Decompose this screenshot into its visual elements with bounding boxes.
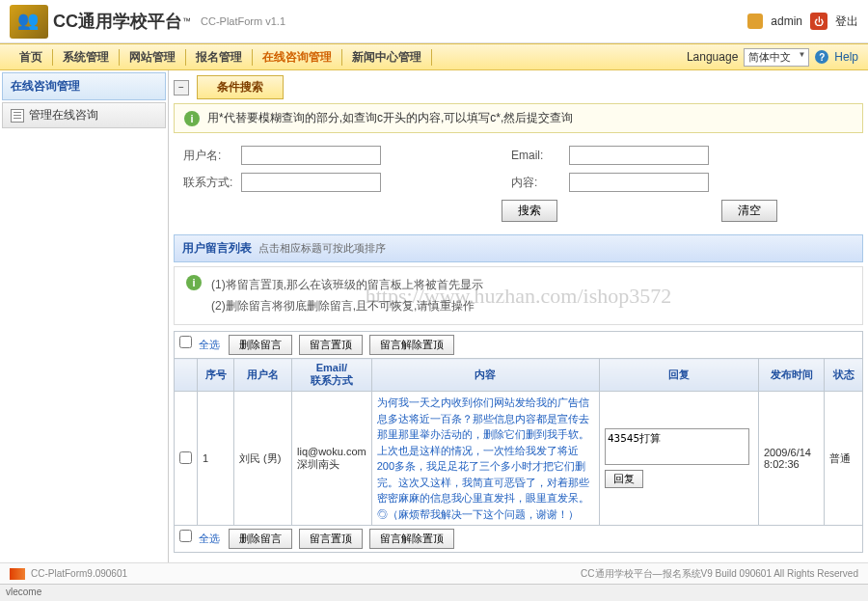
sidebar-title: 在线咨询管理 [2,72,166,100]
list-subtitle: 点击相应标题可按此项排序 [258,242,386,254]
input-email[interactable] [569,146,709,165]
user-icon [747,14,763,29]
delete-button-top[interactable]: 删除留言 [229,335,292,355]
info-icon: i [186,275,202,290]
sidebar-item-manage[interactable]: 管理在线咨询 [2,102,166,128]
sidebar: 在线咨询管理 管理在线咨询 [0,70,169,591]
list-tips: i (1)将留言置顶,那么在该班级的留言板上将被首先显示 (2)删除留言将彻底删… [174,266,863,325]
top-button-bottom[interactable]: 留言置顶 [299,529,363,549]
menu-home[interactable]: 首页 [10,49,53,66]
search-tip-text: 用*代替要模糊查询的部分,如查询c开头的内容,可以填写c*,然后提交查询 [207,110,573,126]
menu-system[interactable]: 系统管理 [53,49,120,66]
select-all-label[interactable]: 全选 [199,339,220,350]
label-content: 内容: [511,175,569,191]
label-contact: 联系方式: [183,175,241,191]
untop-button-top[interactable]: 留言解除置顶 [369,335,454,355]
language-label: Language [687,50,738,64]
reply-button[interactable]: 回复 [605,470,643,488]
menu-signup[interactable]: 报名管理 [186,49,253,66]
status-bar: vlecome [0,584,868,601]
username: admin [771,14,802,28]
col-time[interactable]: 发布时间 [759,359,825,392]
footer-left: CC-PlatForm9.090601 [31,568,127,579]
col-status[interactable]: 状态 [825,359,863,392]
tip-line-2: (2)删除留言将彻底删除留言,且不可恢复,请慎重操作 [211,296,483,317]
delete-button-bottom[interactable]: 删除留言 [229,529,292,549]
select-all-checkbox-top[interactable] [179,336,192,348]
help-link[interactable]: Help [834,50,858,64]
menu-consult[interactable]: 在线咨询管理 [253,49,342,66]
language-select[interactable]: 简体中文 [744,48,809,67]
app-header: CC通用学校平台™ CC-PlatForm v1.1 admin ⏻ 登出 [0,0,868,43]
help-icon[interactable]: ? [815,50,828,64]
app-title: CC通用学校平台 [53,10,182,33]
label-user: 用户名: [183,148,241,164]
menu-website[interactable]: 网站管理 [120,49,186,66]
app-subtitle: CC-PlatForm v1.1 [201,15,285,27]
col-content[interactable]: 内容 [371,359,599,392]
cell-content: 为何我一天之内收到你们网站发给我的广告信息多达将近一百条？那些信息内容都是宣传去… [371,392,599,526]
clear-button[interactable]: 清空 [721,200,777,222]
collapse-button[interactable]: − [174,80,189,96]
table-row: 1 刘民 (男) liq@woku.com 深圳南头 为何我一天之内收到你们网站… [175,392,863,526]
col-user[interactable]: 用户名 [234,359,292,392]
search-section-title: 条件搜索 [197,75,284,99]
row-checkbox[interactable] [179,451,192,464]
cell-time: 2009/6/14 8:02:36 [759,392,825,526]
main-menu: 首页 系统管理 网站管理 报名管理 在线咨询管理 新闻中心管理 Language… [0,43,868,70]
menu-news[interactable]: 新闻中心管理 [342,49,432,66]
tip-line-1: (1)将留言置顶,那么在该班级的留言板上将被首先显示 [211,275,483,296]
cell-user: 刘民 (男) [234,392,292,526]
user-area: admin ⏻ 登出 [747,13,858,30]
list-title-bar: 用户留言列表 点击相应标题可按此项排序 [174,234,863,262]
col-reply[interactable]: 回复 [600,359,759,392]
logout-label[interactable]: 登出 [835,14,858,30]
col-email[interactable]: Email/联系方式 [292,359,372,392]
footer: CC-PlatForm9.090601 CC通用学校平台—报名系统V9 Buil… [0,562,868,584]
reply-input[interactable] [605,428,749,465]
content-area: − 条件搜索 i 用*代替要模糊查询的部分,如查询c开头的内容,可以填写c*,然… [169,70,868,591]
untop-button-bottom[interactable]: 留言解除置顶 [369,529,454,549]
search-tip-bar: i 用*代替要模糊查询的部分,如查询c开头的内容,可以填写c*,然后提交查询 [174,103,863,133]
cell-status: 普通 [825,392,863,526]
search-button[interactable]: 搜索 [502,200,557,222]
input-contact[interactable] [241,173,381,192]
footer-logo-icon [10,568,25,580]
cell-reply: 回复 [600,392,759,526]
info-icon: i [184,111,200,126]
document-icon [11,109,24,123]
logo-area: CC通用学校平台™ CC-PlatForm v1.1 [10,5,747,39]
footer-right: CC通用学校平台—报名系统V9 Build 090601 All Rights … [581,567,858,581]
top-button-top[interactable]: 留言置顶 [299,335,363,355]
col-no[interactable]: 序号 [198,359,234,392]
input-content[interactable] [569,173,709,192]
cell-no: 1 [198,392,234,526]
cell-email: liq@woku.com 深圳南头 [292,392,372,526]
list-title: 用户留言列表 [182,241,252,255]
sidebar-item-label: 管理在线咨询 [29,107,98,123]
select-all-label[interactable]: 全选 [199,533,220,544]
input-user[interactable] [241,146,381,165]
message-table: 全选 删除留言 留言置顶 留言解除置顶 序号 用户名 Email/联系方式 内容… [174,331,863,553]
logo-icon [10,5,48,39]
label-email: Email: [511,149,569,162]
select-all-checkbox-bottom[interactable] [179,530,192,542]
search-form: 用户名: Email: 联系方式: 内容: 搜索 [174,141,863,227]
logout-icon[interactable]: ⏻ [810,13,827,30]
